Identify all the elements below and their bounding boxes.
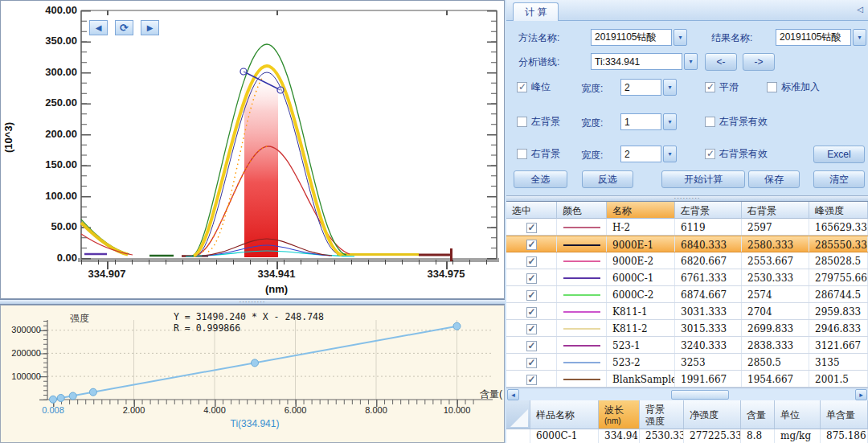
excel-button[interactable]: Excel bbox=[813, 146, 865, 163]
analysis-line-combo[interactable]: Ti:334.941 ▾ bbox=[591, 53, 698, 70]
col-header-net-intensity[interactable]: 净强度 bbox=[684, 400, 741, 429]
cell-left-bg: 6840.333 bbox=[675, 236, 742, 252]
row-checkbox[interactable] bbox=[526, 324, 537, 334]
chevron-down-icon[interactable]: ▾ bbox=[663, 79, 677, 96]
left-bg-width-value[interactable]: 1 bbox=[620, 113, 661, 130]
y-tick: 350.00 bbox=[45, 35, 77, 47]
save-button[interactable]: 保存 bbox=[748, 170, 800, 188]
prev-line-button[interactable]: <- bbox=[705, 53, 737, 71]
tab-calculate[interactable]: 计 算 bbox=[513, 2, 559, 21]
right-bg-valid-checkbox[interactable]: 右背景有效 bbox=[705, 147, 768, 161]
calibration-chart[interactable]: 强度 Y = 31490.240 * X - 248.748 R = 0.999… bbox=[1, 306, 504, 442]
result-row[interactable]: 6000C-1 334.941 2530.333 277225.333 8.8 … bbox=[506, 429, 868, 443]
x-tick: 10.000 bbox=[444, 405, 471, 415]
col-header-unit-content[interactable]: 单含量 bbox=[821, 400, 868, 429]
y-tick: 200000 bbox=[11, 348, 41, 358]
chart-prev-button[interactable]: ◀ bbox=[89, 20, 108, 35]
checkbox-icon[interactable] bbox=[705, 117, 715, 127]
checkbox-icon[interactable] bbox=[517, 117, 527, 127]
col-header-left-bg[interactable]: 左背景 bbox=[675, 202, 742, 219]
chevron-down-icon[interactable]: ▾ bbox=[663, 146, 677, 162]
horizontal-scrollbar[interactable]: ◂ ▸ bbox=[506, 388, 868, 400]
spectrum-chart[interactable]: 400.00 350.00 300.00 250.00 200.00 150.0… bbox=[1, 1, 504, 298]
row-checkbox[interactable] bbox=[526, 240, 537, 250]
table-corner-cell[interactable] bbox=[506, 400, 530, 429]
method-name-value[interactable]: 20191105钴酸 bbox=[591, 29, 672, 46]
row-checkbox[interactable] bbox=[526, 223, 537, 233]
scroll-left-icon[interactable]: ◂ bbox=[507, 389, 519, 400]
peak-width-value[interactable]: 2 bbox=[620, 79, 661, 96]
col-header-right-bg[interactable]: 右背景 bbox=[742, 202, 809, 219]
chevron-down-icon[interactable]: ▾ bbox=[663, 113, 677, 130]
checkbox-icon[interactable] bbox=[705, 149, 715, 159]
next-line-button[interactable]: -> bbox=[743, 53, 775, 71]
checkbox-icon[interactable] bbox=[767, 82, 777, 92]
right-background-checkbox[interactable]: 右背景 bbox=[517, 147, 560, 161]
table-row[interactable]: 523-2 3253 2850.5 3135 bbox=[506, 354, 868, 371]
horizontal-splitter[interactable]: ········· bbox=[0, 299, 505, 305]
table-row[interactable]: 6000C-2 6874.667 2574 286744.5 bbox=[506, 286, 868, 303]
peak-width-combo[interactable]: 2 ▾ bbox=[620, 79, 677, 96]
calibration-chart-panel[interactable]: 强度 Y = 31490.240 * X - 248.748 R = 0.999… bbox=[0, 305, 505, 443]
col-header-wavelength[interactable]: 波长(nm) bbox=[599, 400, 640, 429]
table-row[interactable]: 523-1 3240.333 2838.333 3121.667 bbox=[506, 337, 868, 354]
select-all-button[interactable]: 全选 bbox=[514, 170, 567, 188]
table-row[interactable]: H-2 6119 2597 165629.333 bbox=[506, 219, 868, 236]
table-row-selected[interactable]: 9000E-1 6840.333 2580.333 285550.333 bbox=[506, 236, 868, 252]
table-row[interactable]: 9000E-2 6820.667 2553.667 285028.5 bbox=[506, 252, 868, 269]
col-header-unit[interactable]: 单位 bbox=[775, 400, 821, 429]
scroll-right-icon[interactable]: ▸ bbox=[855, 389, 867, 400]
invert-selection-button[interactable]: 反选 bbox=[582, 170, 633, 188]
method-name-combo[interactable]: 20191105钴酸 ▾ bbox=[591, 29, 687, 46]
checkbox-icon[interactable] bbox=[517, 82, 527, 92]
right-bg-width-combo[interactable]: 2 ▾ bbox=[620, 146, 677, 162]
spectrum-chart-panel[interactable]: 400.00 350.00 300.00 250.00 200.00 150.0… bbox=[0, 0, 505, 299]
chevron-down-icon[interactable]: ▾ bbox=[684, 53, 698, 70]
row-checkbox[interactable] bbox=[526, 375, 537, 385]
cell-right-bg: 2838.333 bbox=[742, 337, 809, 353]
col-header-color[interactable]: 颜色 bbox=[557, 202, 607, 219]
row-checkbox[interactable] bbox=[526, 273, 537, 284]
chevron-down-icon[interactable]: ▾ bbox=[674, 29, 687, 46]
col-header-peak-intensity[interactable]: 峰强度 bbox=[809, 202, 868, 219]
col-header-selected[interactable]: 选中 bbox=[506, 202, 557, 219]
checkbox-icon[interactable] bbox=[517, 149, 527, 159]
chart-refresh-button[interactable]: ⟳ bbox=[115, 20, 133, 35]
left-bg-width-combo[interactable]: 1 ▾ bbox=[620, 113, 677, 130]
table-row[interactable]: 6000C-1 6761.333 2530.333 279755.667 bbox=[506, 269, 868, 286]
clear-button[interactable]: 清空 bbox=[813, 170, 865, 188]
chevron-down-icon[interactable]: ▾ bbox=[853, 29, 866, 46]
row-checkbox[interactable] bbox=[526, 341, 537, 351]
table-row[interactable]: BlankSample1 1991.667 1954.667 2001.5 bbox=[506, 371, 868, 388]
peak-position-checkbox[interactable]: 峰位 bbox=[517, 80, 551, 94]
col-header-sample-name[interactable]: 样品名称 bbox=[530, 400, 599, 429]
horizontal-splitter[interactable]: ········· bbox=[506, 195, 868, 202]
left-background-checkbox[interactable]: 左背景 bbox=[517, 115, 560, 129]
standard-addition-checkbox[interactable]: 标准加入 bbox=[767, 80, 820, 94]
checkbox-icon[interactable] bbox=[705, 82, 715, 92]
cell-peak: 2001.5 bbox=[809, 371, 868, 387]
col-header-name[interactable]: 名称 bbox=[607, 202, 675, 219]
col-header-bg-intensity[interactable]: 背景强度 bbox=[640, 400, 684, 429]
collapse-panel-icon[interactable]: ◁ bbox=[857, 5, 863, 14]
cell-name: 9000E-1 bbox=[607, 236, 675, 252]
analysis-line-value[interactable]: Ti:334.941 bbox=[591, 53, 682, 70]
left-bg-valid-checkbox[interactable]: 左背景有效 bbox=[705, 115, 768, 129]
row-checkbox[interactable] bbox=[526, 307, 537, 318]
scrollbar-thumb[interactable] bbox=[671, 390, 729, 400]
smooth-checkbox[interactable]: 平滑 bbox=[705, 80, 739, 94]
right-bg-width-value[interactable]: 2 bbox=[620, 146, 661, 162]
table-row[interactable]: K811-2 3015.333 2699.833 2946.833 bbox=[506, 320, 868, 337]
table-row[interactable]: K811-1 3031.333 2704 2959.833 bbox=[506, 303, 868, 320]
row-checkbox[interactable] bbox=[526, 358, 537, 368]
cell-peak: 3121.667 bbox=[809, 337, 868, 353]
col-header-content[interactable]: 含量 bbox=[741, 400, 775, 429]
start-calculation-button[interactable]: 开始计算 bbox=[661, 170, 745, 188]
row-checkbox[interactable] bbox=[526, 290, 537, 301]
result-name-value[interactable]: 20191105钴酸 bbox=[776, 29, 851, 46]
result-header-row: 样品名称 波长(nm) 背景强度 净强度 含量 单位 单含量 bbox=[506, 400, 868, 429]
result-name-combo[interactable]: 20191105钴酸 ▾ bbox=[776, 29, 866, 46]
chart-next-button[interactable]: ▶ bbox=[141, 20, 159, 35]
row-checkbox[interactable] bbox=[526, 256, 537, 267]
calib-x-axis-label: 含量( bbox=[480, 388, 502, 400]
